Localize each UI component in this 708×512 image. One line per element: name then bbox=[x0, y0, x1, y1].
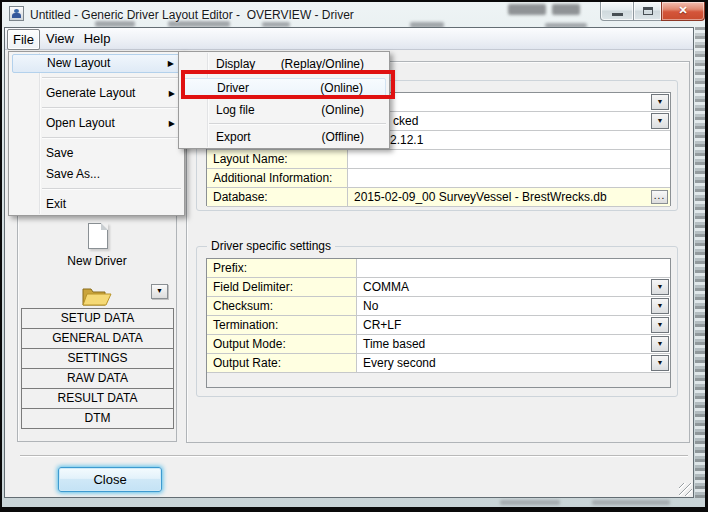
output-rate-combobox[interactable]: Every second bbox=[357, 354, 670, 373]
menu-separator bbox=[42, 188, 181, 189]
dropdown-button[interactable]: ▼ bbox=[651, 279, 669, 295]
app-icon bbox=[9, 6, 24, 21]
submenu-arrow-icon: ▶ bbox=[168, 55, 174, 72]
field-label: Field Delimiter: bbox=[207, 278, 357, 297]
field-value-combobox[interactable]: cked bbox=[348, 112, 670, 131]
chevron-down-icon: ▼ bbox=[657, 302, 664, 309]
minimize-button[interactable] bbox=[600, 2, 634, 21]
submenu-item-log-file[interactable]: Log file (Online) bbox=[182, 101, 386, 120]
sidebar-button-dtm[interactable]: DTM bbox=[21, 408, 174, 429]
field-label: Database: bbox=[207, 188, 348, 207]
driver-settings-table: Prefix: Field Delimiter: COMMA ▼ Checksu… bbox=[206, 258, 671, 388]
sidebar-button-result-data[interactable]: RESULT DATA bbox=[21, 388, 174, 409]
open-folder-icon[interactable] bbox=[81, 285, 113, 308]
window-frame-right bbox=[695, 27, 705, 498]
sidebar-button-raw-data[interactable]: RAW DATA bbox=[21, 368, 174, 389]
app-icon-person-body bbox=[12, 13, 21, 18]
new-driver-label: New Driver bbox=[37, 254, 157, 268]
menu-item-open-layout[interactable]: Open Layout ▶ bbox=[12, 114, 181, 133]
new-driver-icon[interactable] bbox=[88, 223, 108, 249]
chevron-down-icon: ▼ bbox=[657, 340, 664, 347]
table-row: Output Rate: Every second ▼ bbox=[207, 354, 670, 373]
menu-item-save[interactable]: Save bbox=[12, 144, 181, 163]
field-label: Layout Name: bbox=[207, 150, 348, 169]
field-label: Prefix: bbox=[207, 259, 357, 278]
chevron-down-icon: ▼ bbox=[657, 117, 664, 124]
menu-separator bbox=[42, 137, 181, 138]
table-row: Termination: CR+LF ▼ bbox=[207, 316, 670, 335]
field-label: Termination: bbox=[207, 316, 357, 335]
footer-separator bbox=[20, 455, 688, 456]
menu-separator bbox=[209, 123, 386, 124]
minimize-icon bbox=[612, 13, 623, 16]
dropdown-button[interactable]: ▼ bbox=[651, 336, 669, 352]
submenu-arrow-icon: ▶ bbox=[169, 84, 175, 103]
page-fold bbox=[101, 223, 108, 230]
prefix-field[interactable] bbox=[357, 259, 670, 278]
menu-item-new-layout[interactable]: New Layout ▶ bbox=[12, 54, 181, 73]
menu-file[interactable]: File bbox=[7, 29, 40, 50]
table-row: Additional Information: bbox=[207, 169, 670, 188]
maximize-button[interactable] bbox=[633, 2, 662, 21]
submenu-arrow-icon: ▶ bbox=[169, 114, 175, 133]
background-window-artifact bbox=[552, 4, 580, 15]
additional-information-field[interactable] bbox=[348, 169, 670, 188]
field-value[interactable]: 2.12.1 bbox=[348, 131, 670, 150]
new-layout-submenu: Display (Replay/Online) Driver (Online) … bbox=[178, 51, 390, 149]
menu-item-save-as[interactable]: Save As... bbox=[12, 165, 181, 184]
dropdown-button[interactable]: ▼ bbox=[651, 355, 669, 371]
table-row: Field Delimiter: COMMA ▼ bbox=[207, 278, 670, 297]
menu-bar: File View Help bbox=[5, 28, 693, 50]
maximize-icon bbox=[643, 7, 653, 15]
close-window-button[interactable]: ✕ bbox=[661, 2, 705, 21]
database-field[interactable]: 2015-02-09_00 SurveyVessel - BrestWrecks… bbox=[348, 188, 670, 207]
table-row: Output Mode: Time based ▼ bbox=[207, 335, 670, 354]
table-row: Database: 2015-02-09_00 SurveyVessel - B… bbox=[207, 188, 670, 207]
chevron-down-icon: ▼ bbox=[156, 287, 163, 294]
sidebar-button-setup-data[interactable]: SETUP DATA bbox=[21, 308, 174, 329]
output-mode-combobox[interactable]: Time based bbox=[357, 335, 670, 354]
field-label: Output Mode: bbox=[207, 335, 357, 354]
screenshot: Untitled - Generic Driver Layout Editor … bbox=[0, 0, 708, 512]
checksum-combobox[interactable]: No bbox=[357, 297, 670, 316]
termination-combobox[interactable]: CR+LF bbox=[357, 316, 670, 335]
menu-item-exit[interactable]: Exit bbox=[12, 195, 181, 214]
mode-hint: (Online) bbox=[321, 101, 364, 120]
sidebar-button-general-data[interactable]: GENERAL DATA bbox=[21, 328, 174, 349]
file-menu: New Layout ▶ Generate Layout ▶ Open Layo… bbox=[8, 51, 185, 216]
dropdown-button[interactable]: ▼ bbox=[651, 317, 669, 333]
resize-grip[interactable] bbox=[679, 483, 692, 496]
dropdown-button[interactable]: ▼ bbox=[651, 298, 669, 314]
layout-name-field[interactable] bbox=[348, 150, 670, 169]
mode-hint: (Offline) bbox=[322, 128, 364, 147]
menu-gutter bbox=[39, 53, 40, 214]
table-row: Layout Name: bbox=[207, 150, 670, 169]
field-label: Checksum: bbox=[207, 297, 357, 316]
table-row: Checksum: No ▼ bbox=[207, 297, 670, 316]
menu-help[interactable]: Help bbox=[79, 29, 115, 48]
menu-view[interactable]: View bbox=[42, 29, 78, 48]
close-button[interactable]: Close bbox=[58, 467, 162, 492]
close-icon: ✕ bbox=[662, 4, 704, 17]
window-title: Untitled - Generic Driver Layout Editor … bbox=[30, 8, 354, 22]
dropdown-button[interactable]: ▼ bbox=[651, 94, 669, 110]
menu-separator bbox=[42, 107, 181, 108]
menu-item-generate-layout[interactable]: Generate Layout ▶ bbox=[12, 84, 181, 103]
sidebar-button-settings[interactable]: SETTINGS bbox=[21, 348, 174, 369]
annotation-highlight-box bbox=[181, 70, 395, 99]
background-window-artifact bbox=[592, 500, 670, 505]
chevron-down-icon: ▼ bbox=[657, 359, 664, 366]
field-value-combobox[interactable] bbox=[348, 93, 670, 112]
browse-database-button[interactable]: ... bbox=[651, 190, 668, 204]
table-row: Prefix: bbox=[207, 259, 670, 278]
submenu-item-export[interactable]: Export (Offline) bbox=[182, 128, 386, 147]
menu-separator bbox=[42, 77, 181, 78]
field-delimiter-combobox[interactable]: COMMA bbox=[357, 278, 670, 297]
chevron-down-icon: ▼ bbox=[657, 321, 664, 328]
folder-dropdown-button[interactable]: ▼ bbox=[151, 284, 168, 299]
background-window-artifact bbox=[500, 500, 560, 505]
groupbox-title: Driver specific settings bbox=[207, 239, 335, 253]
dropdown-button[interactable]: ▼ bbox=[651, 113, 669, 129]
background-window-artifact bbox=[508, 4, 546, 15]
field-label: Additional Information: bbox=[207, 169, 348, 188]
